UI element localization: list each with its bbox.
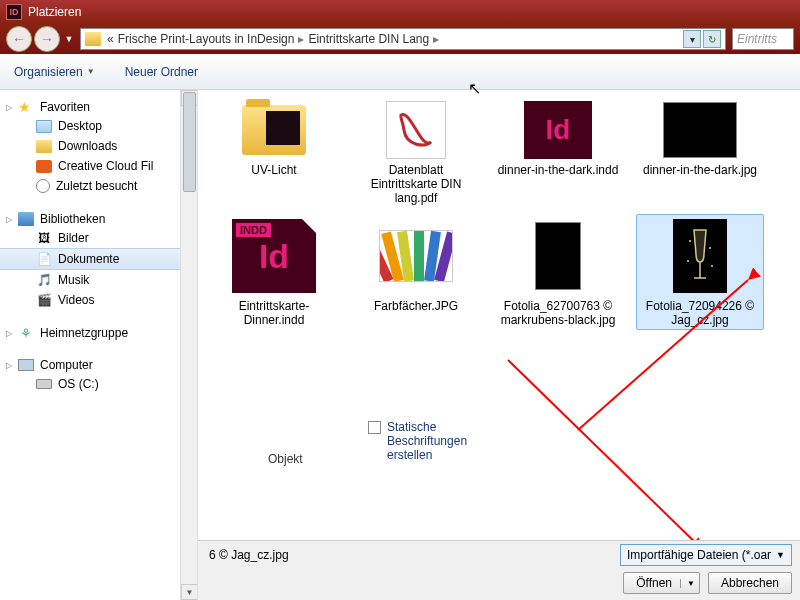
new-folder-button[interactable]: Neuer Ordner: [125, 65, 198, 79]
computer-icon: [18, 359, 34, 371]
star-icon: ★: [18, 100, 34, 114]
svg-point-3: [711, 265, 713, 267]
clock-icon: [36, 179, 50, 193]
folder-icon: [85, 32, 101, 46]
folder-thumbnail: [242, 105, 306, 155]
image-thumbnail: [379, 230, 453, 282]
video-icon: 🎬: [36, 293, 52, 307]
sidebar-group-computer[interactable]: ▷Computer: [0, 354, 197, 374]
chevron-right-icon: ▸: [298, 32, 304, 46]
search-input[interactable]: Eintritts: [732, 28, 794, 50]
titlebar: ID Platzieren: [0, 0, 800, 24]
file-area: UV-Licht Datenblatt Eintrittskarte DIN l…: [198, 90, 800, 600]
open-button[interactable]: Öffnen▼: [623, 572, 700, 594]
svg-point-2: [687, 260, 689, 262]
sidebar-item-musik[interactable]: 🎵Musik: [0, 270, 197, 290]
nav-history-dropdown[interactable]: ▼: [62, 27, 76, 51]
breadcrumb-dropdown[interactable]: ▾: [683, 30, 701, 48]
window-title: Platzieren: [28, 5, 81, 19]
breadcrumb-segment[interactable]: Frische Print-Layouts in InDesign: [118, 32, 295, 46]
chevron-right-icon: ▸: [433, 32, 439, 46]
sidebar-group-heimnetz[interactable]: ▷⚘Heimnetzgruppe: [0, 322, 197, 342]
pictures-icon: 🖼: [36, 231, 52, 245]
svg-point-1: [709, 247, 711, 249]
breadcrumb-prefix: «: [107, 32, 114, 46]
filetype-dropdown[interactable]: Importfähige Dateien (*.oar▼: [620, 544, 792, 566]
sidebar-item-bilder[interactable]: 🖼Bilder: [0, 228, 197, 248]
creative-cloud-icon: [36, 160, 52, 173]
svg-point-0: [689, 240, 691, 242]
annotation-arrow: [498, 350, 718, 563]
music-icon: 🎵: [36, 273, 52, 287]
sidebar-item-recent[interactable]: Zuletzt besucht: [0, 176, 197, 196]
toolbar: Organisieren ▼ Neuer Ordner: [0, 54, 800, 90]
chevron-down-icon[interactable]: ▼: [680, 579, 695, 588]
organize-menu[interactable]: Organisieren ▼: [14, 65, 95, 79]
file-farbfaecher[interactable]: Farbfächer.JPG: [352, 214, 480, 330]
refresh-icon[interactable]: ↻: [703, 30, 721, 48]
file-datenblatt[interactable]: Datenblatt Eintrittskarte DIN lang.pdf: [352, 98, 480, 208]
sidebar: ▲ ▼ ▷★Favoriten Desktop Downloads Creati…: [0, 90, 198, 600]
dialog-footer: 6 © Jag_cz.jpg Importfähige Dateien (*.o…: [198, 540, 800, 600]
sidebar-group-bibliotheken[interactable]: ▷Bibliotheken: [0, 208, 197, 228]
scrollbar[interactable]: ▲ ▼: [180, 90, 197, 600]
chevron-down-icon: ▼: [776, 550, 785, 560]
file-uvlicht[interactable]: UV-Licht: [210, 98, 338, 208]
sidebar-item-downloads[interactable]: Downloads: [0, 136, 197, 156]
objekt-label: Objekt: [268, 452, 303, 466]
documents-icon: 📄: [36, 252, 52, 266]
pdf-icon: [386, 101, 446, 159]
sidebar-item-dokumente[interactable]: 📄Dokumente: [0, 248, 197, 270]
cancel-button[interactable]: Abbrechen: [708, 572, 792, 594]
navbar: ← → ▼ « Frische Print-Layouts in InDesig…: [0, 24, 800, 54]
sidebar-group-favoriten[interactable]: ▷★Favoriten: [0, 96, 197, 116]
file-eintrittskarte-indd[interactable]: INDD Id Eintrittskarte-Dinner.indd: [210, 214, 338, 330]
image-thumbnail: [663, 102, 737, 158]
file-dinner-jpg[interactable]: dinner-in-the-dark.jpg: [636, 98, 764, 208]
indesign-icon: ID: [6, 4, 22, 20]
indd-icon: INDD Id: [232, 219, 316, 293]
drive-icon: [36, 379, 52, 389]
sidebar-item-desktop[interactable]: Desktop: [0, 116, 197, 136]
scroll-down-arrow[interactable]: ▼: [181, 584, 198, 600]
nav-back-button[interactable]: ←: [6, 26, 32, 52]
image-thumbnail: [535, 222, 581, 290]
desktop-icon: [36, 120, 52, 133]
sidebar-item-creative-cloud[interactable]: Creative Cloud Fil: [0, 156, 197, 176]
svg-line-5: [508, 360, 703, 550]
checkbox[interactable]: [368, 421, 381, 434]
sidebar-item-videos[interactable]: 🎬Videos: [0, 290, 197, 310]
sidebar-item-os-drive[interactable]: OS (C:): [0, 374, 197, 394]
file-fotolia-2[interactable]: Fotolia_72094226 © Jag_cz.jpg: [636, 214, 764, 330]
folder-icon: [36, 140, 52, 153]
indd-icon: Id: [524, 101, 592, 159]
breadcrumb[interactable]: « Frische Print-Layouts in InDesign ▸ Ei…: [80, 28, 726, 50]
file-dinner-indd[interactable]: Id dinner-in-the-dark.indd: [494, 98, 622, 208]
homegroup-icon: ⚘: [18, 326, 34, 340]
checkbox-label: Statische Beschriftungen erstellen: [387, 420, 487, 462]
file-fotolia-1[interactable]: Fotolia_62700763 © markrubens-black.jpg: [494, 214, 622, 330]
breadcrumb-segment[interactable]: Eintrittskarte DIN Lang: [308, 32, 429, 46]
static-captions-option[interactable]: Statische Beschriftungen erstellen Objek…: [368, 420, 487, 462]
image-thumbnail: [673, 219, 727, 293]
nav-forward-button[interactable]: →: [34, 26, 60, 52]
library-icon: [18, 212, 34, 226]
filename-field[interactable]: 6 © Jag_cz.jpg: [206, 548, 292, 562]
